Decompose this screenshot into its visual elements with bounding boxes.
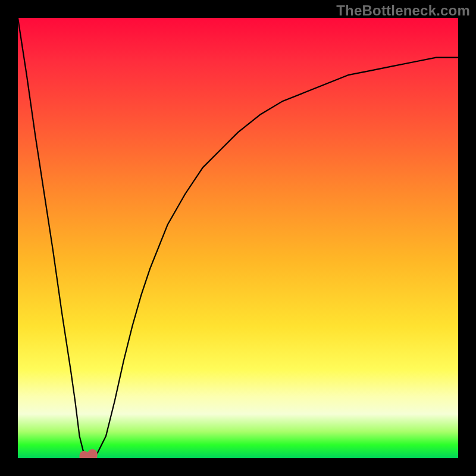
- chart-svg: [18, 18, 458, 458]
- valley-marker: [80, 449, 98, 458]
- outer-frame: TheBottleneck.com: [0, 0, 476, 476]
- watermark-text: TheBottleneck.com: [336, 2, 470, 19]
- bottleneck-curve: [18, 18, 458, 458]
- plot-area: [18, 18, 458, 458]
